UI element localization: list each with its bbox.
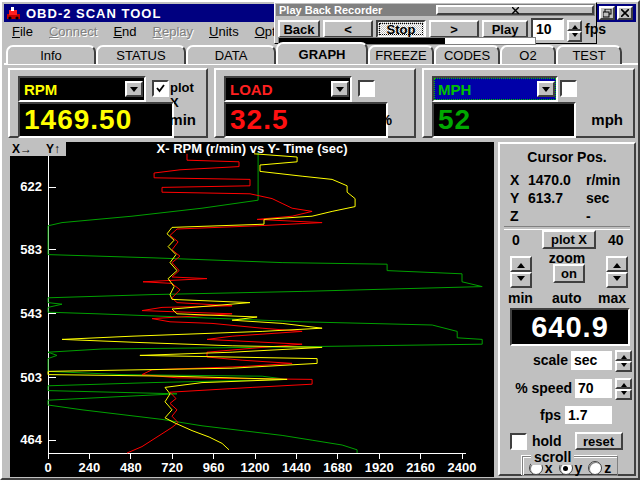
scale-up-arrow[interactable] — [615, 350, 632, 361]
up-arrow-icon — [621, 380, 627, 387]
scroll-radio-z[interactable] — [588, 461, 602, 475]
rpm-value: 1469.50 — [20, 104, 132, 136]
playback-title-bar[interactable]: Play Back Recorder — [276, 4, 595, 16]
restore-icon — [603, 9, 612, 18]
plot-x-button[interactable]: plot X — [542, 230, 596, 249]
tab-codes[interactable]: CODES — [434, 45, 500, 64]
cursor-z-value — [528, 208, 586, 224]
x-tick-label: 1440 — [282, 460, 311, 475]
gauge-panel-mph: MPH52mph — [422, 68, 635, 138]
rpm-unit-label: r/min — [159, 111, 196, 128]
tab-test[interactable]: TEST — [556, 45, 622, 64]
speed-down-arrow[interactable] — [615, 389, 632, 400]
x-tick-label: 2400 — [448, 460, 477, 475]
menu-end[interactable]: End — [105, 22, 144, 41]
step-back-button[interactable]: < — [323, 20, 373, 38]
fps-up-arrow[interactable] — [567, 20, 582, 31]
mph-parameter-combo[interactable]: MPH — [432, 76, 558, 102]
playback-title: Play Back Recorder — [279, 4, 433, 16]
close-button[interactable] — [617, 6, 633, 20]
check-icon — [156, 84, 165, 93]
min-down-arrow[interactable] — [510, 272, 532, 288]
auto-label: auto — [552, 290, 582, 306]
cursor-x-value: 1470.0 — [528, 172, 586, 188]
dropdown-arrow-icon[interactable] — [125, 81, 143, 97]
speed-row: % speed 70 — [500, 378, 638, 398]
gauge-panel-rpm: RPMplot X1469.50r/min — [8, 68, 208, 138]
mph-plot-checkbox[interactable] — [560, 80, 577, 97]
tab-freeze[interactable]: FREEZE — [368, 45, 434, 64]
min-spinner[interactable] — [510, 256, 532, 288]
menu-units[interactable]: Units — [201, 22, 247, 41]
back-button[interactable]: Back — [278, 20, 320, 38]
xy-plot[interactable]: 6225835435034640240480720960120014401680… — [10, 142, 494, 477]
playback-close-button[interactable] — [436, 5, 594, 15]
fps-down-arrow[interactable] — [567, 31, 582, 42]
y-tick-label: 622 — [20, 179, 42, 194]
rpm-combo-value: RPM — [20, 81, 125, 98]
load-combo-value: LOAD — [226, 81, 331, 98]
fps-label: fps — [540, 407, 561, 423]
min-label: min — [508, 290, 533, 306]
rpm-plot-checkbox[interactable] — [152, 80, 169, 97]
playback-window: Play Back Recorder Back < Stop > Play 10… — [274, 2, 597, 44]
tab-status[interactable]: STATUS — [96, 45, 186, 64]
up-arrow-icon — [621, 352, 627, 359]
speed-spinner[interactable] — [615, 378, 632, 398]
scale-spinner[interactable] — [615, 350, 632, 370]
x-tick-label: 1920 — [365, 460, 394, 475]
tab-info[interactable]: Info — [6, 45, 96, 64]
y-tick-label: 543 — [20, 306, 42, 321]
y-tick-label: 464 — [20, 432, 42, 447]
mph-value-display: 52 — [432, 102, 576, 138]
y-axis-hint: Y↑ — [46, 142, 60, 156]
stop-button[interactable]: Stop — [376, 20, 426, 38]
speed-up-arrow[interactable] — [615, 378, 632, 389]
scroll-group: scroll xyz — [522, 456, 618, 476]
tab-strip: InfoSTATUSDATAGRAPHFREEZECODESO2TEST — [6, 42, 638, 64]
zoom-on-button[interactable]: on — [553, 264, 585, 283]
max-down-arrow[interactable] — [606, 272, 628, 288]
dropdown-arrow-icon[interactable] — [331, 81, 349, 97]
min-up-arrow[interactable] — [510, 256, 532, 272]
x-range-max: 40 — [608, 232, 624, 248]
y-tick-label: 503 — [20, 370, 42, 385]
scale-down-arrow[interactable] — [615, 361, 632, 372]
cursor-z-label: Z — [510, 208, 528, 224]
load-plot-checkbox[interactable] — [358, 80, 375, 97]
scroll-radio-label-y: y — [575, 460, 583, 476]
cursor-panel: Cursor Pos. X 1470.0 r/min Y 613.7 sec Z… — [498, 142, 636, 476]
time-max-value: 640.9 — [531, 311, 609, 344]
x-tick-label: 1200 — [241, 460, 270, 475]
up-arrow-icon — [572, 22, 578, 29]
graph-area[interactable]: 6225835435034640240480720960120014401680… — [10, 142, 494, 477]
load-parameter-combo[interactable]: LOAD — [224, 76, 352, 102]
rpm-parameter-combo[interactable]: RPM — [18, 76, 146, 102]
hold-checkbox[interactable] — [510, 433, 527, 450]
x-tick-label: 960 — [203, 460, 225, 475]
down-arrow-icon — [517, 276, 525, 285]
fps-spinner[interactable] — [567, 20, 582, 38]
step-forward-button[interactable]: > — [429, 20, 479, 38]
window-title: OBD-2 SCAN TOOL — [26, 6, 161, 21]
cursor-z-unit: - — [586, 208, 630, 224]
x-tick-label: 240 — [79, 460, 101, 475]
play-button[interactable]: Play — [482, 20, 528, 38]
max-label: max — [598, 290, 626, 306]
max-up-arrow[interactable] — [606, 256, 628, 272]
menu-file[interactable]: File — [4, 22, 41, 41]
max-spinner[interactable] — [606, 256, 628, 288]
dropdown-arrow-icon[interactable] — [537, 81, 555, 97]
reset-button[interactable]: reset — [575, 432, 623, 450]
tab-graph[interactable]: GRAPH — [276, 42, 368, 64]
tab-o2[interactable]: O2 — [500, 45, 556, 64]
speed-field[interactable]: 70 — [575, 379, 612, 398]
load-value: 32.5 — [226, 104, 289, 136]
x-tick-label: 1680 — [323, 460, 352, 475]
cursor-z-row: Z - — [510, 208, 630, 224]
down-arrow-icon — [621, 391, 627, 398]
scale-field[interactable]: sec — [571, 351, 612, 370]
scroll-radio-label-z: z — [604, 460, 611, 476]
tab-data[interactable]: DATA — [186, 45, 276, 64]
time-max-display: 640.9 — [510, 308, 630, 346]
